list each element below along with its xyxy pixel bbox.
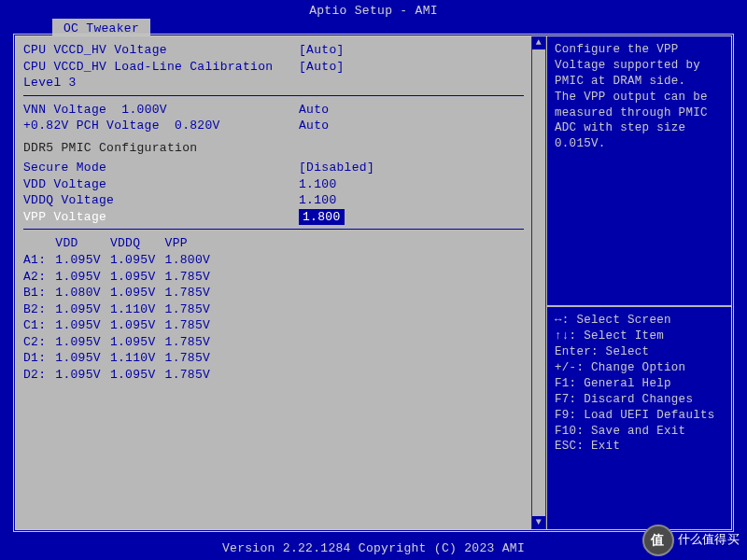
app-title: Aptio Setup - AMI <box>309 4 438 18</box>
cell-vdd: 1.080V <box>55 285 110 301</box>
cell-vddq: 1.095V <box>110 269 165 286</box>
setting-label: +0.82V PCH Voltage 0.820V <box>23 118 299 134</box>
cell-ch: C1: <box>23 317 55 334</box>
divider <box>23 229 524 230</box>
table-row: C1:1.095V1.095V1.785V <box>23 317 219 334</box>
version-string: Version 2.22.1284 Copyright (C) 2023 AMI <box>222 541 525 555</box>
table-row: D2:1.095V1.095V1.785V <box>23 367 219 384</box>
right-column: Configure the VPP Voltage supported by P… <box>546 36 731 529</box>
cell-vddq: 1.110V <box>110 301 165 318</box>
setting-label: CPU VCCD_HV Voltage <box>23 42 299 59</box>
cell-ch: B1: <box>23 285 55 301</box>
cell-vdd: 1.095V <box>55 269 110 286</box>
cell-vddq: 1.095V <box>110 334 165 351</box>
cell-vddq: 1.095V <box>110 252 165 269</box>
cell-ch: B2: <box>23 301 55 318</box>
setting-vccd-hv-llc[interactable]: CPU VCCD_HV Load-Line Calibration [Auto] <box>23 59 524 76</box>
setting-vccd-hv-voltage[interactable]: CPU VCCD_HV Voltage [Auto] <box>23 42 524 59</box>
cell-vpp: 1.785V <box>165 301 220 318</box>
col-channel <box>23 235 55 252</box>
key-hint: Enter: Select <box>555 344 724 360</box>
setting-label: VNN Voltage 1.000V <box>23 102 299 119</box>
col-vdd: VDD <box>55 235 110 252</box>
cell-vddq: 1.095V <box>110 367 165 384</box>
help-line: Voltage supported by <box>555 58 724 74</box>
cell-ch: D2: <box>23 367 55 384</box>
cell-vdd: 1.095V <box>55 317 110 334</box>
cell-vpp: 1.785V <box>165 285 220 301</box>
voltage-table: VDD VDDQ VPP A1:1.095V1.095V1.800VA2:1.0… <box>23 235 219 383</box>
setting-value: [Auto] <box>299 42 345 59</box>
key-hint: ESC: Exit <box>555 439 724 455</box>
setting-label: Secure Mode <box>23 160 299 176</box>
key-legend: ↔: Select Screen ↑↓: Select Item Enter: … <box>546 307 731 529</box>
setting-value: [Disabled] <box>299 160 374 176</box>
table-row: D1:1.095V1.110V1.785V <box>23 350 219 367</box>
col-vddq: VDDQ <box>110 235 165 252</box>
setting-vnn-voltage[interactable]: VNN Voltage 1.000V Auto <box>23 102 524 119</box>
table-row: C2:1.095V1.095V1.785V <box>23 334 219 351</box>
setting-value: 1.100 <box>299 192 337 209</box>
setting-value-selected: 1.800 <box>299 209 345 226</box>
cell-vpp: 1.785V <box>165 269 220 286</box>
setting-pch-voltage[interactable]: +0.82V PCH Voltage 0.820V Auto <box>23 118 524 134</box>
key-hint: F9: Load UEFI Defaults <box>555 408 724 424</box>
table-row: A2:1.095V1.095V1.785V <box>23 269 219 286</box>
divider <box>23 95 524 96</box>
scroll-up-icon[interactable]: ▲ <box>532 36 545 49</box>
key-hint: F10: Save and Exit <box>555 424 724 440</box>
cell-vdd: 1.095V <box>55 301 110 318</box>
cell-vpp: 1.800V <box>165 252 220 269</box>
cell-ch: C2: <box>23 334 55 351</box>
settings-pane[interactable]: CPU VCCD_HV Voltage [Auto] CPU VCCD_HV L… <box>16 36 531 529</box>
col-vpp: VPP <box>165 235 220 252</box>
cell-vdd: 1.095V <box>55 252 110 269</box>
cell-vpp: 1.785V <box>165 334 220 351</box>
cell-vdd: 1.095V <box>55 350 110 367</box>
cell-vddq: 1.095V <box>110 317 165 334</box>
setting-vddq-voltage[interactable]: VDDQ Voltage 1.100 <box>23 192 524 209</box>
cell-vdd: 1.095V <box>55 367 110 384</box>
key-hint: +/-: Change Option <box>555 360 724 376</box>
watermark: 值 什么值得买 <box>642 525 740 556</box>
setting-value: [Auto] <box>299 59 345 76</box>
scrollbar[interactable]: ▲ ▼ <box>531 36 546 529</box>
key-hint: F7: Discard Changes <box>555 392 724 408</box>
setting-value: 1.100 <box>299 176 337 193</box>
key-hint: ↑↓: Select Item <box>555 329 724 344</box>
setting-label: Level 3 <box>23 75 299 91</box>
cell-vddq: 1.110V <box>110 350 165 367</box>
help-line: The VPP output can be <box>555 90 724 105</box>
help-line: PMIC at DRAM side. <box>555 74 724 90</box>
main-frame: CPU VCCD_HV Voltage [Auto] CPU VCCD_HV L… <box>13 34 734 532</box>
footer-bar: Version 2.22.1284 Copyright (C) 2023 AMI <box>0 536 747 560</box>
cell-ch: A2: <box>23 269 55 286</box>
help-line: ADC with step size <box>555 120 724 136</box>
setting-vpp-voltage[interactable]: VPP Voltage 1.800 <box>23 209 524 226</box>
table-row: B1:1.080V1.095V1.785V <box>23 285 219 301</box>
scroll-track[interactable] <box>532 49 545 516</box>
help-line: Configure the VPP <box>555 42 724 58</box>
setting-secure-mode[interactable]: Secure Mode [Disabled] <box>23 160 524 176</box>
section-ddr5-pmic: DDR5 PMIC Configuration <box>23 140 524 157</box>
cell-vpp: 1.785V <box>165 317 220 334</box>
cell-vddq: 1.095V <box>110 285 165 301</box>
key-hint: F1: General Help <box>555 376 724 392</box>
help-line: 0.015V. <box>555 136 724 152</box>
setting-level3[interactable]: Level 3 <box>23 75 524 91</box>
cell-ch: D1: <box>23 350 55 367</box>
setting-value: Auto <box>299 118 329 134</box>
setting-vdd-voltage[interactable]: VDD Voltage 1.100 <box>23 176 524 193</box>
setting-label: VDDQ Voltage <box>23 192 299 209</box>
watermark-badge: 值 <box>642 525 674 556</box>
scroll-down-icon[interactable]: ▼ <box>532 516 545 529</box>
setting-label: VDD Voltage <box>23 176 299 193</box>
setting-label: CPU VCCD_HV Load-Line Calibration <box>23 59 299 76</box>
key-hint: ↔: Select Screen <box>555 313 724 329</box>
help-line: measured through PMIC <box>555 105 724 121</box>
cell-ch: A1: <box>23 252 55 269</box>
watermark-text: 什么值得买 <box>678 532 740 549</box>
cell-vdd: 1.095V <box>55 334 110 351</box>
setting-label: VPP Voltage <box>23 209 299 226</box>
cell-vpp: 1.785V <box>165 350 220 367</box>
